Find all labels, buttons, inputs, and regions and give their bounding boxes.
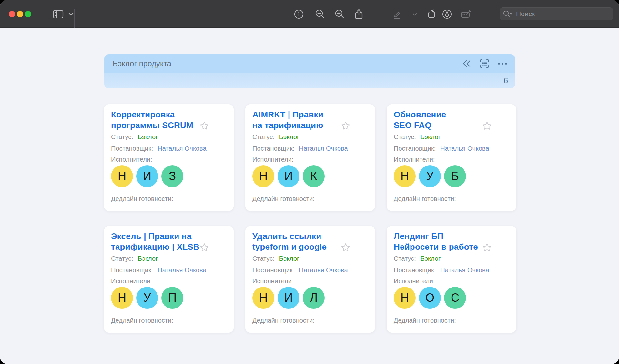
minimize-window-button[interactable]: [17, 11, 23, 17]
zoom-window-button[interactable]: [25, 11, 31, 17]
owner-label: Постановщик:: [394, 266, 436, 274]
executor-avatar[interactable]: С: [444, 287, 466, 309]
task-card[interactable]: Обновление SEO FAQ Статус: Бэклог Постан…: [387, 104, 516, 211]
status-value[interactable]: Бэклог: [138, 255, 158, 262]
close-window-button[interactable]: [9, 11, 15, 17]
card-divider: [394, 314, 509, 314]
collapse-double-chevron-left-icon[interactable]: [462, 60, 471, 67]
deadline-label: Дедлайн готовности:: [111, 317, 227, 324]
favorite-star-icon[interactable]: [199, 121, 209, 131]
avatar-initial: З: [169, 169, 176, 183]
executor-avatar[interactable]: Л: [303, 287, 325, 309]
card-count: 6: [504, 76, 508, 85]
share-icon[interactable]: [353, 8, 364, 20]
executor-avatar[interactable]: Н: [394, 287, 416, 309]
cards-grid: Корректировка программы SCRUM Статус: Бэ…: [104, 104, 516, 333]
owner-link[interactable]: Наталья Очкова: [440, 145, 489, 152]
executors-label: Исполнители:: [111, 156, 227, 163]
card-divider: [252, 314, 368, 314]
sidebar-toggle-icon[interactable]: [53, 8, 64, 20]
executor-avatar[interactable]: Н: [111, 165, 133, 187]
task-card[interactable]: Удалить ссылки typeform и google Статус:…: [245, 226, 375, 333]
favorite-star-icon[interactable]: [199, 243, 209, 252]
status-row: Статус: Бэклог: [252, 255, 368, 262]
status-value[interactable]: Бэклог: [138, 133, 158, 141]
zoom-out-icon[interactable]: [315, 8, 326, 20]
executor-avatar[interactable]: И: [136, 165, 158, 187]
executor-avatar[interactable]: Б: [444, 165, 466, 187]
zoom-in-icon[interactable]: [334, 8, 345, 20]
executors-label: Исполнители:: [394, 156, 509, 163]
executor-avatar[interactable]: З: [161, 165, 183, 187]
favorite-star-icon[interactable]: [341, 243, 350, 252]
owner-link[interactable]: Наталья Очкова: [157, 145, 206, 152]
traffic-lights: [9, 11, 31, 17]
search-input[interactable]: [515, 10, 599, 18]
card-title[interactable]: Обновление SEO FAQ: [394, 109, 509, 131]
status-value[interactable]: Бэклог: [279, 133, 299, 141]
avatar-initial: С: [451, 291, 459, 305]
card-title[interactable]: Лендинг БП Нейросети в работе: [394, 231, 509, 252]
search-field[interactable]: [500, 7, 613, 20]
executor-avatar[interactable]: И: [278, 165, 299, 187]
status-label: Статус:: [111, 133, 133, 141]
executor-avatar[interactable]: Н: [252, 165, 274, 187]
avatar-initial: Н: [259, 169, 268, 183]
favorite-star-icon[interactable]: [341, 121, 350, 131]
executor-avatar[interactable]: И: [278, 287, 299, 309]
avatar-initial: К: [310, 169, 317, 183]
owner-label: Постановщик:: [394, 145, 436, 152]
status-label: Статус:: [252, 133, 275, 141]
rotate-icon[interactable]: [426, 8, 437, 20]
more-ellipsis-icon[interactable]: [498, 62, 507, 65]
executor-avatar[interactable]: П: [161, 287, 183, 309]
executor-avatar[interactable]: У: [136, 287, 158, 309]
info-icon[interactable]: [293, 8, 304, 20]
annotate-icon[interactable]: [441, 8, 452, 20]
status-label: Статус:: [394, 255, 416, 262]
avatar-initial: У: [144, 291, 151, 305]
status-value[interactable]: Бэклог: [279, 255, 299, 262]
status-value[interactable]: Бэклог: [421, 255, 441, 262]
chevron-down-icon[interactable]: [66, 8, 76, 20]
task-card[interactable]: Лендинг БП Нейросети в работе Статус: Бэ…: [387, 226, 516, 333]
task-card[interactable]: Эксель | Правки на тарификацию | XLSB Ст…: [104, 226, 234, 333]
executor-avatar[interactable]: О: [419, 287, 441, 309]
executors-label: Исполнители:: [394, 277, 509, 285]
executor-avatar[interactable]: У: [419, 165, 441, 187]
owner-link[interactable]: Наталья Очкова: [157, 266, 206, 274]
form-fill-icon[interactable]: [460, 8, 471, 20]
executor-avatar[interactable]: Н: [111, 287, 133, 309]
card-title[interactable]: Эксель | Правки на тарификацию | XLSB: [111, 231, 227, 252]
card-divider: [111, 314, 227, 314]
chevron-down-icon[interactable]: [409, 8, 420, 20]
owner-link[interactable]: Наталья Очкова: [299, 145, 348, 152]
owner-link[interactable]: Наталья Очкова: [440, 266, 489, 274]
executor-avatar[interactable]: Н: [252, 287, 274, 309]
deadline-label: Дедлайн готовности:: [394, 317, 509, 324]
card-title[interactable]: Корректировка программы SCRUM: [111, 109, 227, 131]
executors-avatars: Н У Б: [394, 165, 509, 187]
task-card[interactable]: Корректировка программы SCRUM Статус: Бэ…: [104, 104, 234, 211]
deadline-label: Дедлайн готовности:: [252, 195, 368, 203]
task-card[interactable]: AIMRKT | Правки на тарификацию Статус: Б…: [245, 104, 375, 211]
favorite-star-icon[interactable]: [482, 121, 492, 131]
owner-link[interactable]: Наталья Очкова: [299, 266, 348, 274]
avatar-initial: Б: [451, 169, 459, 183]
avatar-initial: У: [426, 169, 434, 183]
executors-label: Исполнители:: [111, 277, 227, 285]
executor-avatar[interactable]: К: [303, 165, 325, 187]
status-value[interactable]: Бэклог: [421, 133, 441, 141]
executor-avatar[interactable]: Н: [394, 165, 416, 187]
titlebar: [0, 0, 619, 28]
avatar-initial: Н: [118, 291, 126, 305]
card-divider: [394, 192, 509, 192]
avatar-initial: Н: [401, 169, 409, 183]
markup-pencil-icon[interactable]: [391, 8, 402, 20]
search-icon: [503, 10, 513, 17]
favorite-star-icon[interactable]: [482, 243, 492, 252]
card-title[interactable]: Удалить ссылки typeform и google: [252, 231, 368, 252]
card-title[interactable]: AIMRKT | Правки на тарификацию: [252, 109, 368, 131]
scan-summary-icon[interactable]: [480, 59, 489, 68]
card-divider: [252, 192, 368, 192]
